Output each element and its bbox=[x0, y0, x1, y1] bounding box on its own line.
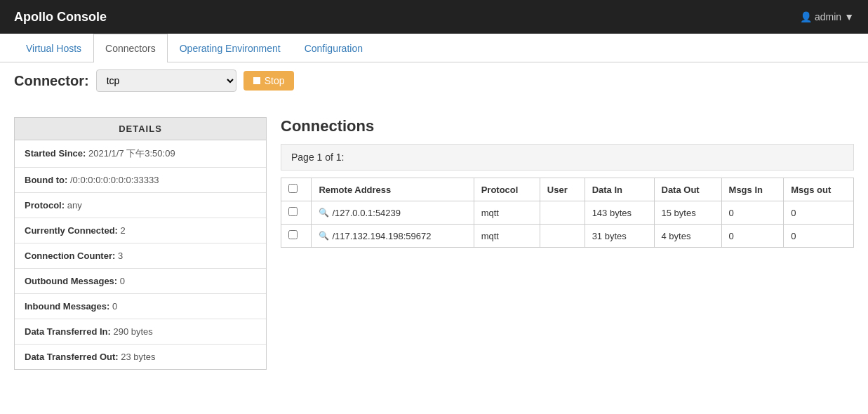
row1-data-out: 15 bytes bbox=[654, 201, 721, 225]
connections-table: Remote Address Protocol User Data In Dat… bbox=[281, 178, 854, 248]
inbound-label: Inbound Messages: bbox=[25, 301, 109, 312]
connections-title: Connections bbox=[281, 117, 854, 135]
row1-data-in: 143 bytes bbox=[585, 201, 654, 225]
details-row-protocol: Protocol: any bbox=[15, 193, 266, 218]
details-row-bound: Bound to: /0:0:0:0:0:0:0:0:33333 bbox=[15, 168, 266, 193]
row1-remote-address: 🔍 /127.0.0.1:54239 bbox=[312, 201, 474, 225]
row2-checkbox[interactable] bbox=[288, 230, 298, 239]
tab-virtual-hosts[interactable]: Virtual Hosts bbox=[14, 34, 93, 62]
connection-counter-value: 3 bbox=[118, 251, 123, 261]
data-out-label: Data Transferred Out: bbox=[25, 352, 119, 362]
row2-user bbox=[540, 225, 585, 248]
connections-panel: Connections Page 1 of 1: Remote Address … bbox=[281, 117, 854, 370]
data-in-label: Data Transferred In: bbox=[25, 326, 111, 337]
row2-msgs-out: 0 bbox=[784, 225, 854, 248]
tab-configuration[interactable]: Configuration bbox=[293, 34, 375, 62]
details-row-currently-connected: Currently Connected: 2 bbox=[15, 218, 266, 243]
bound-label: Bound to: bbox=[25, 175, 67, 185]
stop-icon bbox=[253, 77, 260, 84]
col-data-in: Data In bbox=[585, 178, 654, 201]
col-remote-address: Remote Address bbox=[312, 178, 474, 201]
started-value: 2021/1/7 下午3:50:09 bbox=[88, 148, 175, 159]
row1-checkbox-cell bbox=[281, 201, 312, 225]
tab-operating-environment[interactable]: Operating Environment bbox=[168, 34, 293, 62]
connector-bar: Connector: tcp ssl ws wss Stop bbox=[0, 62, 868, 103]
details-row-outbound: Outbound Messages: 0 bbox=[15, 269, 266, 294]
stop-button[interactable]: Stop bbox=[243, 71, 295, 91]
table-header-row: Remote Address Protocol User Data In Dat… bbox=[281, 178, 854, 201]
col-protocol: Protocol bbox=[474, 178, 540, 201]
row1-address-value: /127.0.0.1:54239 bbox=[332, 208, 401, 218]
chevron-down-icon: ▼ bbox=[844, 11, 854, 22]
row1-user bbox=[540, 201, 585, 225]
col-user: User bbox=[540, 178, 585, 201]
currently-connected-label: Currently Connected: bbox=[25, 225, 118, 236]
row1-protocol: mqtt bbox=[474, 201, 540, 225]
tab-nav: Virtual Hosts Connectors Operating Envir… bbox=[0, 34, 868, 62]
details-header: DETAILS bbox=[15, 118, 266, 140]
connector-select[interactable]: tcp ssl ws wss bbox=[96, 69, 236, 92]
currently-connected-value: 2 bbox=[121, 225, 126, 236]
table-row: 🔍 /117.132.194.198:59672 mqtt 31 bytes 4… bbox=[281, 225, 854, 248]
row1-checkbox[interactable] bbox=[288, 207, 298, 216]
search-icon: 🔍 bbox=[319, 231, 329, 241]
page-info: Page 1 of 1: bbox=[281, 144, 854, 171]
outbound-value: 0 bbox=[120, 276, 125, 286]
row2-data-out: 4 bytes bbox=[654, 225, 721, 248]
started-label: Started Since: bbox=[25, 148, 86, 159]
protocol-value: any bbox=[67, 200, 82, 211]
user-label: admin bbox=[815, 11, 841, 22]
data-in-value: 290 bytes bbox=[113, 326, 152, 337]
row2-data-in: 31 bytes bbox=[585, 225, 654, 248]
row1-msgs-out: 0 bbox=[784, 201, 854, 225]
inbound-value: 0 bbox=[112, 301, 117, 312]
main-content: DETAILS Started Since: 2021/1/7 下午3:50:0… bbox=[0, 103, 868, 384]
stop-button-label: Stop bbox=[265, 75, 285, 86]
connector-label: Connector: bbox=[14, 73, 89, 89]
protocol-label: Protocol: bbox=[25, 200, 65, 211]
details-row-started: Started Since: 2021/1/7 下午3:50:09 bbox=[15, 140, 266, 168]
row2-remote-address: 🔍 /117.132.194.198:59672 bbox=[312, 225, 474, 248]
row2-msgs-in: 0 bbox=[721, 225, 784, 248]
data-out-value: 23 bytes bbox=[121, 352, 155, 362]
details-row-data-out: Data Transferred Out: 23 bytes bbox=[15, 345, 266, 369]
col-msgs-in: Msgs In bbox=[721, 178, 784, 201]
user-menu[interactable]: admin ▼ bbox=[800, 11, 854, 22]
col-msgs-out: Msgs out bbox=[784, 178, 854, 201]
tab-connectors[interactable]: Connectors bbox=[93, 34, 168, 62]
search-icon: 🔍 bbox=[319, 208, 329, 218]
row1-msgs-in: 0 bbox=[721, 201, 784, 225]
details-row-inbound: Inbound Messages: 0 bbox=[15, 294, 266, 319]
table-row: 🔍 /127.0.0.1:54239 mqtt 143 bytes 15 byt… bbox=[281, 201, 854, 225]
topbar: Apollo Console admin ▼ bbox=[0, 0, 868, 34]
row2-address-value: /117.132.194.198:59672 bbox=[332, 231, 431, 241]
outbound-label: Outbound Messages: bbox=[25, 276, 117, 286]
row2-checkbox-cell bbox=[281, 225, 312, 248]
row2-protocol: mqtt bbox=[474, 225, 540, 248]
select-all-checkbox[interactable] bbox=[288, 184, 298, 193]
col-data-out: Data Out bbox=[654, 178, 721, 201]
details-row-connection-counter: Connection Counter: 3 bbox=[15, 243, 266, 269]
bound-value: /0:0:0:0:0:0:0:0:33333 bbox=[70, 175, 159, 185]
details-panel: DETAILS Started Since: 2021/1/7 下午3:50:0… bbox=[14, 117, 267, 370]
col-checkbox bbox=[281, 178, 312, 201]
connection-counter-label: Connection Counter: bbox=[25, 251, 115, 261]
app-title: Apollo Console bbox=[14, 10, 107, 25]
details-row-data-in: Data Transferred In: 290 bytes bbox=[15, 319, 266, 345]
